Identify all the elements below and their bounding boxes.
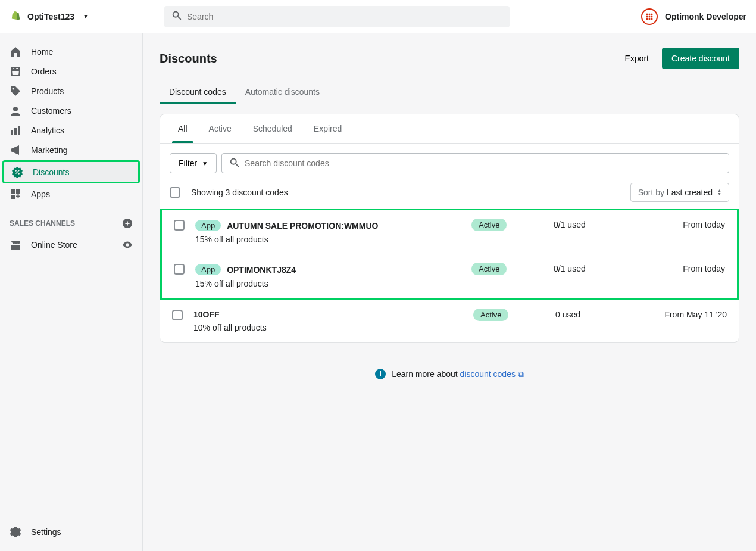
svg-point-15 bbox=[18, 173, 20, 175]
sort-button[interactable]: Sort by Last created ▲▼ bbox=[630, 183, 729, 202]
sidebar-item-apps[interactable]: Apps bbox=[0, 184, 142, 204]
filter-button[interactable]: Filter ▼ bbox=[170, 153, 217, 173]
sort-arrows-icon: ▲▼ bbox=[717, 189, 721, 196]
user-avatar-icon bbox=[641, 8, 658, 25]
products-icon bbox=[10, 85, 21, 97]
svg-point-7 bbox=[649, 18, 651, 20]
global-search[interactable] bbox=[164, 6, 510, 27]
filter-tab-expired[interactable]: Expired bbox=[303, 114, 352, 143]
highlighted-rows: App AUTUMN SALE PROMOTION:WMMUO 15% off … bbox=[160, 209, 739, 300]
sidebar-item-analytics[interactable]: Analytics bbox=[0, 120, 142, 140]
svg-rect-17 bbox=[16, 189, 20, 194]
svg-point-10 bbox=[13, 107, 18, 111]
sidebar-item-products[interactable]: Products bbox=[0, 81, 142, 101]
marketing-icon bbox=[10, 144, 21, 156]
status-badge: Active bbox=[471, 219, 507, 231]
settings-label: Settings bbox=[31, 527, 61, 537]
search-discount-input[interactable] bbox=[245, 158, 721, 168]
learn-more-link[interactable]: discount codes bbox=[460, 369, 516, 379]
sort-prefix: Sort by bbox=[638, 188, 664, 197]
sales-channels-label: SALES CHANNELS bbox=[10, 219, 75, 228]
caret-down-icon: ▼ bbox=[202, 160, 208, 167]
app-badge: App bbox=[195, 264, 221, 275]
sidebar-settings[interactable]: Settings bbox=[0, 522, 142, 541]
app-badge: App bbox=[195, 220, 221, 231]
filter-tab-all[interactable]: All bbox=[167, 114, 198, 143]
discount-title: 10OFF bbox=[193, 310, 220, 319]
sales-channels-header: SALES CHANNELS bbox=[0, 204, 142, 235]
page-header: Discounts Export Create discount bbox=[160, 48, 739, 69]
tab-automatic-discounts[interactable]: Automatic discounts bbox=[236, 80, 329, 104]
learn-more-footer: i Learn more about discount codes ⧉ bbox=[160, 369, 739, 379]
tab-discount-codes[interactable]: Discount codes bbox=[160, 80, 236, 104]
table-row[interactable]: App OPTIMONKTJ8Z4 15% off all products A… bbox=[162, 254, 737, 298]
discount-desc: 15% off all products bbox=[195, 279, 461, 288]
svg-point-0 bbox=[646, 13, 648, 15]
used-count: 0/1 used bbox=[554, 220, 637, 229]
top-bar: OptiTest123 ▼ Optimonk Developer bbox=[0, 0, 756, 33]
channel-label: Online Store bbox=[31, 240, 77, 250]
discount-desc: 10% off all products bbox=[193, 323, 463, 332]
svg-point-3 bbox=[646, 15, 648, 17]
sidebar-item-discounts[interactable]: Discounts bbox=[4, 162, 138, 182]
sidebar-item-label: Apps bbox=[31, 189, 50, 199]
table-row[interactable]: 10OFF 10% off all products Active 0 used… bbox=[160, 300, 739, 342]
user-menu[interactable]: Optimonk Developer bbox=[641, 8, 746, 25]
filter-tab-active[interactable]: Active bbox=[198, 114, 242, 143]
status-badge: Active bbox=[473, 309, 508, 321]
row-checkbox[interactable] bbox=[174, 264, 185, 275]
apps-icon bbox=[10, 188, 21, 200]
page-tabs: Discount codes Automatic discounts bbox=[160, 80, 739, 104]
home-icon bbox=[10, 46, 21, 58]
global-search-input[interactable] bbox=[187, 12, 502, 21]
sidebar-item-orders[interactable]: Orders bbox=[0, 61, 142, 81]
info-icon: i bbox=[375, 369, 386, 379]
orders-icon bbox=[10, 66, 21, 77]
shopify-logo-icon bbox=[10, 11, 21, 23]
svg-point-1 bbox=[649, 13, 651, 15]
sidebar-item-home[interactable]: Home bbox=[0, 42, 142, 61]
filter-tab-scheduled[interactable]: Scheduled bbox=[242, 114, 303, 143]
sidebar-discounts-highlight: Discounts bbox=[2, 160, 140, 183]
svg-point-4 bbox=[649, 15, 651, 17]
row-checkbox[interactable] bbox=[174, 220, 185, 231]
svg-rect-18 bbox=[11, 195, 15, 199]
date-range: From today bbox=[648, 220, 725, 229]
sidebar-item-customers[interactable]: Customers bbox=[0, 101, 142, 120]
create-discount-button[interactable]: Create discount bbox=[662, 48, 739, 69]
svg-point-6 bbox=[646, 18, 648, 20]
svg-rect-12 bbox=[14, 128, 17, 135]
sidebar-item-label: Marketing bbox=[31, 145, 67, 155]
used-count: 0 used bbox=[555, 310, 639, 319]
svg-rect-16 bbox=[11, 189, 15, 194]
sidebar-item-marketing[interactable]: Marketing bbox=[0, 140, 142, 160]
search-discount-codes[interactable] bbox=[221, 153, 729, 173]
svg-point-8 bbox=[651, 18, 653, 20]
row-checkbox[interactable] bbox=[172, 310, 183, 320]
sidebar-item-label: Products bbox=[31, 86, 64, 96]
svg-point-9 bbox=[13, 88, 14, 89]
select-all-checkbox[interactable] bbox=[170, 187, 180, 198]
used-count: 0/1 used bbox=[554, 264, 637, 273]
store-switcher[interactable]: OptiTest123 ▼ bbox=[10, 11, 129, 23]
svg-rect-11 bbox=[11, 130, 13, 135]
customers-icon bbox=[10, 105, 21, 117]
caret-down-icon: ▼ bbox=[83, 13, 89, 20]
export-button[interactable]: Export bbox=[624, 54, 648, 63]
discount-title: AUTUMN SALE PROMOTION:WMMUO bbox=[227, 221, 378, 231]
discounts-icon bbox=[11, 166, 23, 178]
add-channel-button[interactable] bbox=[122, 218, 133, 229]
sidebar-item-label: Home bbox=[31, 47, 53, 57]
table-summary-row: Showing 3 discount codes Sort by Last cr… bbox=[160, 183, 739, 209]
search-icon bbox=[171, 10, 182, 23]
learn-more-prefix: Learn more about bbox=[392, 369, 460, 379]
view-store-icon[interactable] bbox=[122, 239, 133, 250]
sidebar-item-label: Analytics bbox=[31, 126, 64, 135]
filter-button-label: Filter bbox=[179, 158, 197, 168]
sidebar-channel-online-store[interactable]: Online Store bbox=[0, 235, 142, 254]
sidebar-item-label: Discounts bbox=[33, 167, 69, 177]
sidebar-item-label: Customers bbox=[31, 106, 71, 116]
table-row[interactable]: App AUTUMN SALE PROMOTION:WMMUO 15% off … bbox=[162, 210, 737, 254]
gear-icon bbox=[10, 526, 21, 538]
sort-value: Last created bbox=[667, 188, 713, 197]
